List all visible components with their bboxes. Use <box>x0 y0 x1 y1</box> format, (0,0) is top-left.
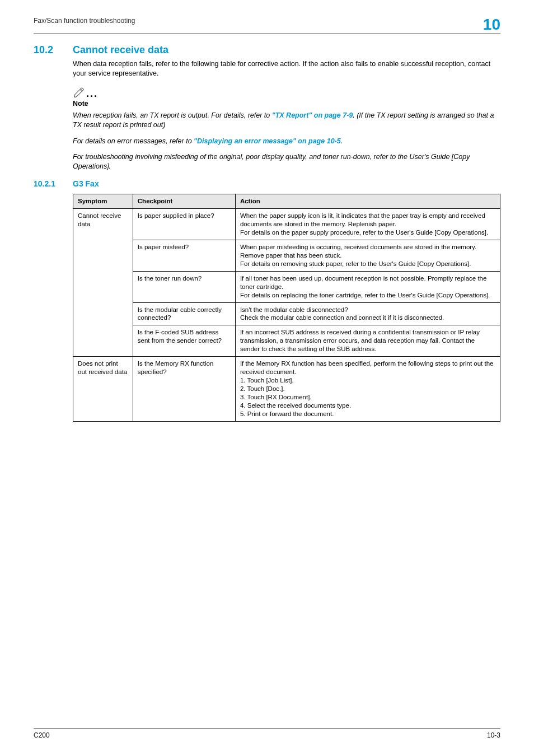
cell-checkpoint: Is the Memory RX function specified? <box>133 357 235 422</box>
cell-action: When the paper supply icon is lit, it in… <box>235 209 500 240</box>
cell-action: Isn't the modular cable disconnected? Ch… <box>235 302 500 325</box>
th-symptom: Symptom <box>73 194 133 209</box>
table-row: Is the toner run down? If all toner has … <box>73 271 500 302</box>
note-icon: ... <box>73 86 500 99</box>
cell-symptom: Does not print out received data <box>73 357 133 422</box>
cell-checkpoint: Is the toner run down? <box>133 271 235 302</box>
cell-checkpoint: Is the F-coded SUB address sent from the… <box>133 325 235 357</box>
cell-checkpoint: Is paper misfeed? <box>133 240 235 271</box>
table-row: Is the F-coded SUB address sent from the… <box>73 325 500 357</box>
note-paragraph-3: For troubleshooting involving misfeeding… <box>73 152 500 171</box>
page-header: Fax/Scan function troubleshooting 10 <box>34 17 500 34</box>
ellipsis-icon: ... <box>86 88 98 99</box>
subsection-number: 10.2.1 <box>34 179 73 188</box>
error-message-link[interactable]: "Displaying an error message" on page 10… <box>194 137 341 145</box>
table-row: Is the modular cable correctly connected… <box>73 302 500 325</box>
intro-paragraph: When data reception fails, refer to the … <box>73 59 500 78</box>
header-chapter-number: 10 <box>483 17 500 32</box>
note-label: Note <box>73 100 500 108</box>
table-row: Is paper misfeed? When paper misfeeding … <box>73 240 500 271</box>
note-p2-text-a: For details on error messages, refer to <box>73 137 194 145</box>
note-paragraph-1: When reception fails, an TX report is ou… <box>73 111 500 130</box>
table-header-row: Symptom Checkpoint Action <box>73 194 500 209</box>
footer-page-number: 10-3 <box>487 731 500 739</box>
note-p1-text-a: When reception fails, an TX report is ou… <box>73 111 272 119</box>
troubleshooting-table: Symptom Checkpoint Action Cannot receive… <box>73 194 500 422</box>
note-paragraph-2: For details on error messages, refer to … <box>73 137 500 146</box>
footer-model: C200 <box>34 731 50 739</box>
tx-report-link[interactable]: "TX Report" on page 7-9 <box>272 111 353 119</box>
table-row: Does not print out received data Is the … <box>73 357 500 422</box>
cell-action: If an incorrect SUB address is received … <box>235 325 500 357</box>
th-checkpoint: Checkpoint <box>133 194 235 209</box>
cell-action: When paper misfeeding is occuring, recei… <box>235 240 500 271</box>
th-action: Action <box>235 194 500 209</box>
note-p2-text-b: . <box>341 137 343 145</box>
section-title-text: Cannot receive data <box>73 44 168 56</box>
header-section-title: Fax/Scan function troubleshooting <box>34 17 135 25</box>
subsection-title-text: G3 Fax <box>73 179 99 188</box>
pencil-icon <box>73 86 85 99</box>
page-footer: C200 10-3 <box>34 729 500 739</box>
cell-action: If the Memory RX function has been speci… <box>235 357 500 422</box>
subsection-heading: 10.2.1 G3 Fax <box>34 179 500 188</box>
cell-checkpoint: Is the modular cable correctly connected… <box>133 302 235 325</box>
cell-action: If all toner has been used up, document … <box>235 271 500 302</box>
section-heading: 10.2 Cannot receive data <box>34 44 500 56</box>
section-number: 10.2 <box>34 44 73 56</box>
cell-symptom: Cannot receive data <box>73 209 133 357</box>
cell-checkpoint: Is paper supplied in place? <box>133 209 235 240</box>
table-row: Cannot receive data Is paper supplied in… <box>73 209 500 240</box>
